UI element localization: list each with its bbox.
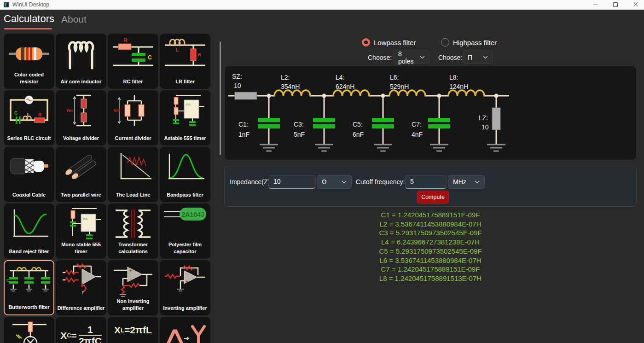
astable-555-icon: 555 <box>160 92 210 129</box>
topology-dropdown[interactable]: Π <box>463 51 493 64</box>
svg-text:−: − <box>130 277 132 281</box>
tile-astable-555-timer[interactable]: 555 Astable 555 timer <box>160 90 210 145</box>
restore-button[interactable] <box>608 0 623 9</box>
capacitor-label: C1: <box>238 121 249 128</box>
tile-bandpass-filter[interactable]: Bandpass filter <box>160 147 210 202</box>
xc-formula-text: XC= 1 2πfC <box>56 318 106 343</box>
film-capacitor-icon: 2A104J <box>160 205 210 243</box>
transistor-bias-icon <box>4 318 54 343</box>
app-icon <box>4 2 9 7</box>
capacitor-value: 1nF <box>238 131 249 138</box>
chevron-down-icon <box>475 180 480 184</box>
chevron-down-icon <box>420 56 425 59</box>
tile-band-reject-filter[interactable]: Band reject filter <box>4 203 54 259</box>
svg-text:C: C <box>148 54 152 61</box>
capacitor-label: C3: <box>294 121 304 128</box>
minimize-button[interactable] <box>587 0 603 9</box>
impedance-label: Impedance(Z): <box>230 175 272 189</box>
transformer-icon <box>108 205 158 243</box>
tile-inductive-reactance-formula[interactable]: XL=2πfL <box>108 317 158 343</box>
voltage-divider-icon: Vin <box>56 92 106 129</box>
difference-amplifier-icon <box>56 262 106 299</box>
tile-label: Difference amplifier <box>57 305 105 311</box>
tile-label: Two parallel wire <box>57 192 105 198</box>
tile-difference-amplifier[interactable]: Difference amplifier <box>56 260 106 315</box>
tile-series-rlc-circuit[interactable]: C L R Series RLC circuit <box>4 90 54 145</box>
close-button[interactable] <box>628 0 644 9</box>
cutoff-frequency-label: Cutoff frequency: <box>356 175 405 189</box>
highpass-radio-label[interactable]: Highpass filter <box>453 39 497 47</box>
formula-x: X <box>60 330 67 341</box>
lowpass-radio[interactable] <box>362 38 370 47</box>
compute-button[interactable]: Compute <box>417 191 449 203</box>
tile-capacitive-reactance-formula[interactable]: XC= 1 2πfC <box>56 317 106 343</box>
tile-label: Series RLC circuit <box>5 135 53 141</box>
tile-inverting-amplifier[interactable]: − + Inverting amplifier <box>160 260 210 315</box>
capacitor-value: 5nF <box>294 131 305 138</box>
tile-delta-wye-conversion[interactable] <box>160 317 210 343</box>
tile-mono-stable-555-timer[interactable]: 555 Mono stable 555 timer <box>56 203 106 259</box>
restore-icon <box>613 2 618 7</box>
formula-eq: = <box>71 330 77 341</box>
lowpass-radio-label[interactable]: Lowpass filter <box>374 39 416 47</box>
inductor-value: 529nH <box>390 83 409 90</box>
delta-wye-icon <box>160 318 210 343</box>
result-line: L6 = 3.5367411453880984E-07H <box>224 256 637 265</box>
tab-about[interactable]: About <box>61 14 87 25</box>
impedance-unit-dropdown[interactable]: Ω <box>317 175 352 189</box>
tile-voltage-divider[interactable]: Vin Voltage divider <box>56 90 106 145</box>
tile-label: Coaxial Cable <box>5 192 53 198</box>
load-branch <box>492 96 500 145</box>
series-rlc-icon: C L R <box>4 92 54 129</box>
tile-color-coded-resistor[interactable]: Color coded resistor <box>4 34 54 89</box>
inductor-label: L8: <box>449 74 458 81</box>
tile-two-parallel-wire[interactable]: Two parallel wire <box>56 147 106 202</box>
tile-the-load-line[interactable]: The Load Line <box>108 147 158 202</box>
formula-sub: C <box>67 332 71 339</box>
inductor-label: L2: <box>281 74 290 81</box>
tile-label: Current divider <box>109 135 157 141</box>
window-title: WinUI Desktop <box>12 1 49 8</box>
load-line-icon <box>108 148 158 186</box>
tile-label: Mono stable 555 timer <box>57 241 105 255</box>
sidebar-scrollbar[interactable] <box>220 41 221 155</box>
capacitor-label: C5: <box>353 121 363 128</box>
tile-coaxial-cable[interactable]: Coaxial Cable <box>4 147 54 202</box>
tile-rc-filter[interactable]: R C RC filter <box>108 34 158 89</box>
svg-text:C: C <box>6 278 10 283</box>
tile-label: RC filter <box>109 78 157 85</box>
frequency-unit-dropdown[interactable]: MHz <box>448 175 485 189</box>
tile-current-divider[interactable]: Vin Current divider <box>108 90 158 145</box>
tile-label: The Load Line <box>109 192 157 198</box>
highpass-radio[interactable] <box>441 38 449 47</box>
tile-polyester-film-capacitor[interactable]: 2A104J Polyester film capacitor <box>160 203 210 259</box>
topology-dropdown-value: Π <box>468 54 472 61</box>
tile-label: Band reject filter <box>5 248 53 255</box>
impedance-input[interactable]: 10 <box>268 175 316 189</box>
rc-filter-icon: R C <box>108 35 158 73</box>
inductor-value: 624nH <box>336 83 354 90</box>
tile-butterworth-filter[interactable]: C Butterworth filter <box>4 260 54 315</box>
lr-filter-icon: L R <box>160 35 210 73</box>
parallel-wire-icon <box>56 148 106 186</box>
tile-transistor-bias[interactable] <box>4 317 54 343</box>
tile-lr-filter[interactable]: L R LR filter <box>160 34 210 89</box>
bandpass-curve-icon <box>160 148 210 186</box>
ground-symbols <box>260 145 505 151</box>
tile-label: Bandpass filter <box>161 192 209 198</box>
poles-dropdown[interactable]: 8 poles <box>394 51 429 64</box>
tile-air-core-inductor[interactable]: Air core inductor <box>56 34 106 89</box>
inductor-coil-icon <box>56 35 106 73</box>
cutoff-frequency-input[interactable]: 5 <box>405 175 447 189</box>
calculator-tile-grid: Color coded resistor Air core inductor R <box>4 34 210 343</box>
tile-label: Astable 555 timer <box>161 135 209 141</box>
tab-calculators[interactable]: Calculators <box>4 13 54 25</box>
svg-text:R: R <box>38 112 42 117</box>
current-divider-icon: Vin <box>108 92 158 129</box>
load-impedance-value: 10 <box>482 123 489 131</box>
tile-non-inverting-amplifier[interactable]: + − Non inverting amplifier <box>108 260 158 315</box>
tile-transformer-calculations[interactable]: Transformer calculations <box>108 203 158 259</box>
title-bar: WinUI Desktop <box>0 0 644 10</box>
svg-text:L: L <box>176 47 179 52</box>
result-line: C5 = 5.2931750973502545E-09F <box>224 247 637 256</box>
